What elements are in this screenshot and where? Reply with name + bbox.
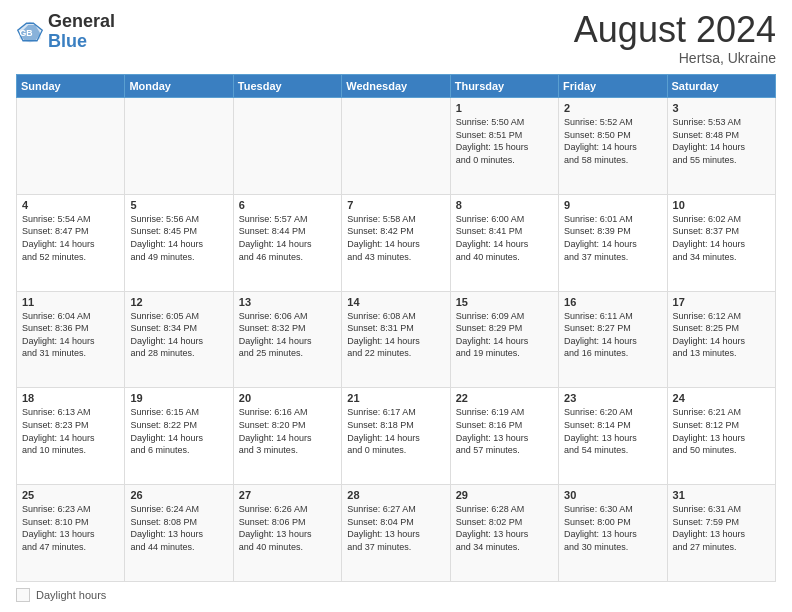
day-info: Sunrise: 6:19 AM Sunset: 8:16 PM Dayligh…	[456, 406, 553, 456]
table-row: 12Sunrise: 6:05 AM Sunset: 8:34 PM Dayli…	[125, 291, 233, 388]
header-monday: Monday	[125, 75, 233, 98]
table-row	[125, 98, 233, 195]
table-row	[233, 98, 341, 195]
day-number: 13	[239, 296, 336, 308]
table-row: 23Sunrise: 6:20 AM Sunset: 8:14 PM Dayli…	[559, 388, 667, 485]
table-row: 25Sunrise: 6:23 AM Sunset: 8:10 PM Dayli…	[17, 485, 125, 582]
table-row: 17Sunrise: 6:12 AM Sunset: 8:25 PM Dayli…	[667, 291, 775, 388]
day-info: Sunrise: 5:58 AM Sunset: 8:42 PM Dayligh…	[347, 213, 444, 263]
day-number: 6	[239, 199, 336, 211]
day-number: 27	[239, 489, 336, 501]
day-info: Sunrise: 6:02 AM Sunset: 8:37 PM Dayligh…	[673, 213, 770, 263]
calendar-header-row: Sunday Monday Tuesday Wednesday Thursday…	[17, 75, 776, 98]
day-number: 26	[130, 489, 227, 501]
calendar-week-1: 4Sunrise: 5:54 AM Sunset: 8:47 PM Daylig…	[17, 194, 776, 291]
day-info: Sunrise: 6:13 AM Sunset: 8:23 PM Dayligh…	[22, 406, 119, 456]
day-info: Sunrise: 6:27 AM Sunset: 8:04 PM Dayligh…	[347, 503, 444, 553]
header-wednesday: Wednesday	[342, 75, 450, 98]
day-info: Sunrise: 6:12 AM Sunset: 8:25 PM Dayligh…	[673, 310, 770, 360]
table-row: 31Sunrise: 6:31 AM Sunset: 7:59 PM Dayli…	[667, 485, 775, 582]
table-row: 21Sunrise: 6:17 AM Sunset: 8:18 PM Dayli…	[342, 388, 450, 485]
day-number: 12	[130, 296, 227, 308]
day-number: 30	[564, 489, 661, 501]
table-row: 7Sunrise: 5:58 AM Sunset: 8:42 PM Daylig…	[342, 194, 450, 291]
day-number: 20	[239, 392, 336, 404]
table-row: 10Sunrise: 6:02 AM Sunset: 8:37 PM Dayli…	[667, 194, 775, 291]
day-number: 4	[22, 199, 119, 211]
day-number: 25	[22, 489, 119, 501]
table-row: 8Sunrise: 6:00 AM Sunset: 8:41 PM Daylig…	[450, 194, 558, 291]
day-info: Sunrise: 5:53 AM Sunset: 8:48 PM Dayligh…	[673, 116, 770, 166]
day-info: Sunrise: 6:06 AM Sunset: 8:32 PM Dayligh…	[239, 310, 336, 360]
day-info: Sunrise: 6:08 AM Sunset: 8:31 PM Dayligh…	[347, 310, 444, 360]
day-info: Sunrise: 5:57 AM Sunset: 8:44 PM Dayligh…	[239, 213, 336, 263]
table-row: 28Sunrise: 6:27 AM Sunset: 8:04 PM Dayli…	[342, 485, 450, 582]
day-info: Sunrise: 5:52 AM Sunset: 8:50 PM Dayligh…	[564, 116, 661, 166]
table-row: 14Sunrise: 6:08 AM Sunset: 8:31 PM Dayli…	[342, 291, 450, 388]
day-number: 2	[564, 102, 661, 114]
table-row: 18Sunrise: 6:13 AM Sunset: 8:23 PM Dayli…	[17, 388, 125, 485]
legend: Daylight hours	[16, 588, 776, 602]
table-row: 3Sunrise: 5:53 AM Sunset: 8:48 PM Daylig…	[667, 98, 775, 195]
table-row: 29Sunrise: 6:28 AM Sunset: 8:02 PM Dayli…	[450, 485, 558, 582]
day-info: Sunrise: 6:30 AM Sunset: 8:00 PM Dayligh…	[564, 503, 661, 553]
table-row	[17, 98, 125, 195]
day-info: Sunrise: 6:11 AM Sunset: 8:27 PM Dayligh…	[564, 310, 661, 360]
day-number: 5	[130, 199, 227, 211]
page: GB General Blue August 2024 Hertsa, Ukra…	[0, 0, 792, 612]
table-row: 27Sunrise: 6:26 AM Sunset: 8:06 PM Dayli…	[233, 485, 341, 582]
table-row: 26Sunrise: 6:24 AM Sunset: 8:08 PM Dayli…	[125, 485, 233, 582]
calendar-week-0: 1Sunrise: 5:50 AM Sunset: 8:51 PM Daylig…	[17, 98, 776, 195]
header: GB General Blue August 2024 Hertsa, Ukra…	[16, 12, 776, 66]
calendar-week-2: 11Sunrise: 6:04 AM Sunset: 8:36 PM Dayli…	[17, 291, 776, 388]
location-subtitle: Hertsa, Ukraine	[574, 50, 776, 66]
day-info: Sunrise: 6:23 AM Sunset: 8:10 PM Dayligh…	[22, 503, 119, 553]
day-number: 1	[456, 102, 553, 114]
legend-box	[16, 588, 30, 602]
header-friday: Friday	[559, 75, 667, 98]
day-number: 15	[456, 296, 553, 308]
day-number: 21	[347, 392, 444, 404]
calendar-week-3: 18Sunrise: 6:13 AM Sunset: 8:23 PM Dayli…	[17, 388, 776, 485]
day-number: 16	[564, 296, 661, 308]
day-number: 22	[456, 392, 553, 404]
day-number: 3	[673, 102, 770, 114]
day-number: 28	[347, 489, 444, 501]
day-info: Sunrise: 6:21 AM Sunset: 8:12 PM Dayligh…	[673, 406, 770, 456]
table-row: 5Sunrise: 5:56 AM Sunset: 8:45 PM Daylig…	[125, 194, 233, 291]
day-number: 10	[673, 199, 770, 211]
day-info: Sunrise: 6:17 AM Sunset: 8:18 PM Dayligh…	[347, 406, 444, 456]
table-row: 6Sunrise: 5:57 AM Sunset: 8:44 PM Daylig…	[233, 194, 341, 291]
table-row: 9Sunrise: 6:01 AM Sunset: 8:39 PM Daylig…	[559, 194, 667, 291]
day-info: Sunrise: 6:05 AM Sunset: 8:34 PM Dayligh…	[130, 310, 227, 360]
day-number: 29	[456, 489, 553, 501]
table-row: 1Sunrise: 5:50 AM Sunset: 8:51 PM Daylig…	[450, 98, 558, 195]
calendar-table: Sunday Monday Tuesday Wednesday Thursday…	[16, 74, 776, 582]
day-info: Sunrise: 6:09 AM Sunset: 8:29 PM Dayligh…	[456, 310, 553, 360]
day-info: Sunrise: 6:20 AM Sunset: 8:14 PM Dayligh…	[564, 406, 661, 456]
day-info: Sunrise: 5:54 AM Sunset: 8:47 PM Dayligh…	[22, 213, 119, 263]
day-number: 11	[22, 296, 119, 308]
day-info: Sunrise: 6:04 AM Sunset: 8:36 PM Dayligh…	[22, 310, 119, 360]
table-row	[342, 98, 450, 195]
day-info: Sunrise: 5:56 AM Sunset: 8:45 PM Dayligh…	[130, 213, 227, 263]
day-info: Sunrise: 6:24 AM Sunset: 8:08 PM Dayligh…	[130, 503, 227, 553]
day-number: 23	[564, 392, 661, 404]
svg-text:GB: GB	[20, 27, 33, 37]
table-row: 30Sunrise: 6:30 AM Sunset: 8:00 PM Dayli…	[559, 485, 667, 582]
table-row: 16Sunrise: 6:11 AM Sunset: 8:27 PM Dayli…	[559, 291, 667, 388]
table-row: 20Sunrise: 6:16 AM Sunset: 8:20 PM Dayli…	[233, 388, 341, 485]
logo-text: General Blue	[48, 12, 115, 52]
table-row: 24Sunrise: 6:21 AM Sunset: 8:12 PM Dayli…	[667, 388, 775, 485]
day-info: Sunrise: 6:01 AM Sunset: 8:39 PM Dayligh…	[564, 213, 661, 263]
day-info: Sunrise: 6:28 AM Sunset: 8:02 PM Dayligh…	[456, 503, 553, 553]
logo: GB General Blue	[16, 12, 115, 52]
table-row: 4Sunrise: 5:54 AM Sunset: 8:47 PM Daylig…	[17, 194, 125, 291]
table-row: 13Sunrise: 6:06 AM Sunset: 8:32 PM Dayli…	[233, 291, 341, 388]
day-info: Sunrise: 6:00 AM Sunset: 8:41 PM Dayligh…	[456, 213, 553, 263]
header-thursday: Thursday	[450, 75, 558, 98]
day-info: Sunrise: 6:31 AM Sunset: 7:59 PM Dayligh…	[673, 503, 770, 553]
header-saturday: Saturday	[667, 75, 775, 98]
calendar-week-4: 25Sunrise: 6:23 AM Sunset: 8:10 PM Dayli…	[17, 485, 776, 582]
month-title: August 2024	[574, 12, 776, 48]
